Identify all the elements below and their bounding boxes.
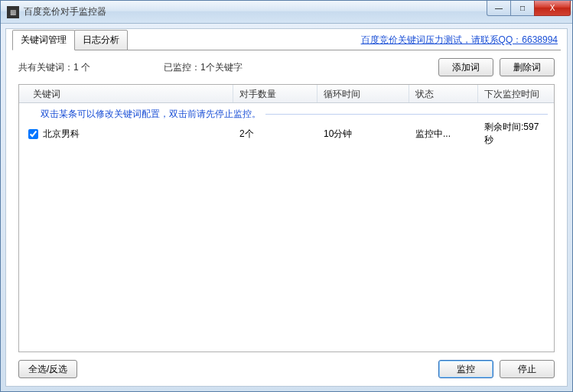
monitor-button[interactable]: 监控	[438, 360, 493, 378]
cell-keyword: 北京男科	[19, 128, 233, 141]
content-area: 关键词管理 日志分析 百度竞价关键词压力测试，请联系QQ：6638994 共有关…	[5, 28, 568, 387]
contact-link[interactable]: 百度竞价关键词压力测试，请联系QQ：6638994	[361, 34, 558, 47]
column-keyword[interactable]: 关键词	[19, 85, 233, 102]
select-all-button[interactable]: 全选/反选	[18, 360, 77, 378]
row-checkbox[interactable]	[28, 129, 38, 139]
maximize-button[interactable]: □	[510, 1, 535, 16]
column-status[interactable]: 状态	[409, 85, 478, 102]
topbar: 关键词管理 日志分析 百度竞价关键词压力测试，请联系QQ：6638994	[12, 32, 561, 50]
listview-header: 关键词 对手数量 循环时间 状态 下次监控时间	[19, 85, 554, 103]
minimize-button[interactable]: —	[487, 1, 511, 16]
hint-divider	[265, 114, 548, 115]
column-opponents[interactable]: 对手数量	[233, 85, 317, 102]
tab-log-analysis[interactable]: 日志分析	[74, 30, 128, 50]
tab-label: 日志分析	[83, 34, 119, 45]
keyword-text: 北京男科	[43, 128, 80, 141]
tab-keyword-manage[interactable]: 关键词管理	[12, 30, 75, 50]
tab-strip: 关键词管理 日志分析	[12, 30, 127, 50]
window-title: 百度竞价对手监控器	[24, 5, 487, 18]
stop-button[interactable]: 停止	[500, 360, 555, 378]
delete-keyword-button[interactable]: 删除词	[500, 58, 555, 76]
add-keyword-button[interactable]: 添加词	[438, 58, 493, 76]
table-row[interactable]: 北京男科 2个 10分钟 监控中... 剩余时间:597秒	[19, 125, 554, 142]
column-cycle[interactable]: 循环时间	[317, 85, 409, 102]
toolbar: 共有关键词：1 个 已监控：1个关键字 添加词 删除词	[12, 50, 561, 84]
tab-label: 关键词管理	[21, 34, 67, 45]
cell-cycle: 10分钟	[317, 128, 409, 141]
titlebar: ▩ 百度竞价对手监控器 — □ X	[1, 1, 572, 24]
monitored-label: 已监控：1个关键字	[164, 61, 243, 74]
total-keywords-label: 共有关键词：1 个	[18, 61, 90, 74]
window-controls: — □ X	[487, 1, 572, 16]
column-next-time[interactable]: 下次监控时间	[478, 85, 554, 102]
app-window: ▩ 百度竞价对手监控器 — □ X 关键词管理 日志分析 百度竞价关键词压力测试…	[0, 0, 573, 392]
bottom-toolbar: 全选/反选 监控 停止	[12, 352, 561, 380]
hint-text: 双击某条可以修改关键词配置，双击前请先停止监控。	[41, 108, 261, 121]
cell-status: 监控中...	[409, 128, 478, 141]
app-icon: ▩	[7, 6, 19, 18]
close-button[interactable]: X	[534, 1, 571, 16]
listview-hint: 双击某条可以修改关键词配置，双击前请先停止监控。	[19, 103, 554, 125]
keyword-listview: 关键词 对手数量 循环时间 状态 下次监控时间 双击某条可以修改关键词配置，双击…	[18, 84, 555, 352]
listview-body: 双击某条可以修改关键词配置，双击前请先停止监控。 北京男科 2个 10分钟 监控…	[19, 103, 554, 352]
cell-opponents: 2个	[233, 128, 317, 141]
